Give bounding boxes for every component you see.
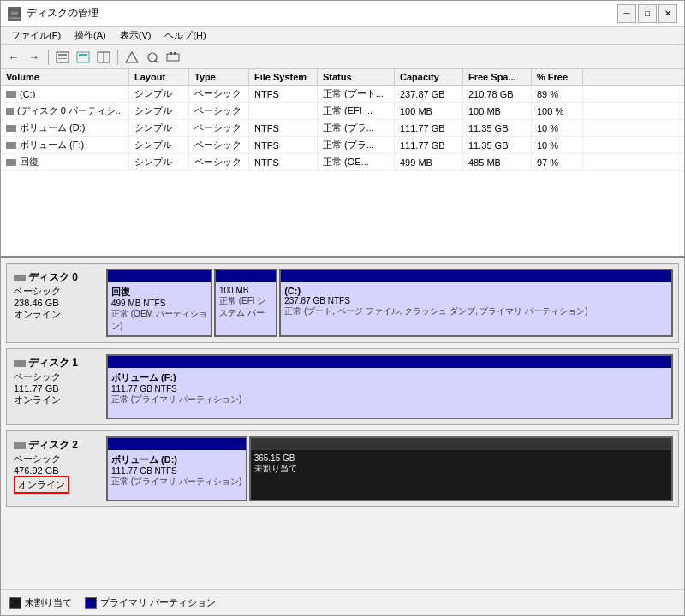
partition[interactable]: 100 MB 正常 (EFI システム パー [214,269,277,337]
cell-layout: シンプル [129,86,189,102]
legend-primary-box [85,597,97,609]
disk-row: ディスク 2 ベーシック 476.92 GB オンライン ボリューム (D:) … [6,430,679,507]
disk-size: 476.92 GB [14,465,94,476]
cell-fs: NTFS [249,137,318,153]
cell-status: 正常 (OE... [318,154,395,170]
partition-size: 100 MB [219,286,272,295]
cell-volume: ボリューム (F:) [1,137,129,153]
partition[interactable]: ボリューム (D:) 111.77 GB NTFS 正常 (プライマリ パーティ… [106,436,247,501]
svg-rect-6 [77,52,89,62]
disk-size: 238.46 GB [14,298,94,308]
partition-header [108,270,211,282]
disk-type: ベーシック [14,370,94,383]
svg-rect-14 [170,52,172,55]
toolbar-btn-1[interactable] [53,48,72,67]
app-icon [8,7,21,21]
cell-capacity: 237.87 GB [395,86,463,102]
toolbar-separator-2 [117,50,118,65]
svg-rect-1 [11,12,18,15]
legend-unalloc: 未割り当て [9,596,72,609]
cell-free: 11.35 GB [463,137,532,153]
disk-partitions: ボリューム (D:) 111.77 GB NTFS 正常 (プライマリ パーティ… [101,431,678,506]
toolbar-btn-5[interactable] [143,48,162,67]
volume-rows: (C:) シンプル ベーシック NTFS 正常 (ブート... 237.87 G… [1,86,684,171]
toolbar-btn-3[interactable] [94,48,113,67]
window-controls: ─ □ ✕ [617,4,677,23]
menu-item[interactable]: 表示(V) [113,27,158,44]
cell-free: 485 MB [463,154,532,170]
cell-type: ベーシック [189,103,249,119]
partition-name: 回復 [111,286,207,299]
legend-primary-label: プライマリ パーティション [100,596,216,609]
cell-type: ベーシック [189,137,249,153]
disk-label: ディスク 2 ベーシック 476.92 GB オンライン [7,431,101,506]
cell-status: 正常 (ブート... [318,86,395,102]
table-row[interactable]: 回復 シンプル ベーシック NTFS 正常 (OE... 499 MB 485 … [1,154,684,171]
disk-label: ディスク 1 ベーシック 111.77 GB オンライン [7,349,101,424]
cell-type: ベーシック [189,154,249,170]
partition-name: ボリューム (D:) [111,453,242,466]
minimize-button[interactable]: ─ [617,4,636,23]
table-row[interactable]: (ディスク 0 パーティシ... シンプル ベーシック 正常 (EFI ... … [1,103,684,120]
partition-desc: 正常 (EFI システム パー [219,295,272,319]
partition[interactable]: 365.15 GB 未割り当て [249,436,673,501]
cell-type: ベーシック [189,120,249,136]
svg-rect-7 [79,54,87,56]
svg-rect-13 [167,54,179,61]
close-button[interactable]: ✕ [658,4,677,23]
partition-size: 111.77 GB NTFS [111,384,668,394]
toolbar-btn-6[interactable] [164,48,182,67]
table-row[interactable]: (C:) シンプル ベーシック NTFS 正常 (ブート... 237.87 G… [1,86,684,103]
partition[interactable]: (C:) 237.87 GB NTFS 正常 (ブート, ページ ファイル, ク… [279,269,673,337]
disk-visual-area: ディスク 0 ベーシック 238.46 GB オンライン 回復 499 MB N… [1,258,684,589]
toolbar-btn-2[interactable] [74,48,92,67]
svg-line-12 [155,60,158,62]
forward-button[interactable]: → [25,48,44,67]
col-capacity[interactable]: Capacity [395,69,463,85]
table-row[interactable]: ボリューム (D:) シンプル ベーシック NTFS 正常 (プラ... 111… [1,120,684,137]
partition-header [108,438,246,450]
col-status[interactable]: Status [318,69,395,85]
cell-pct: 97 % [532,154,583,170]
volume-list[interactable]: Volume Layout Type File System Status Ca… [1,69,684,258]
disk-status: オンライン [14,308,94,321]
menu-item[interactable]: 操作(A) [68,27,113,44]
cell-free: 100 MB [463,103,532,119]
svg-rect-15 [174,52,176,55]
cell-volume: 回復 [1,154,129,170]
partition-name: (C:) [284,286,668,296]
col-type[interactable]: Type [189,69,249,85]
partition[interactable]: 回復 499 MB NTFS 正常 (OEM パーティション) [106,269,212,337]
partition-header [216,270,276,282]
cell-fs: NTFS [249,86,318,102]
legend-primary: プライマリ パーティション [85,596,216,609]
partition-header [108,356,671,368]
menu-item[interactable]: ヘルプ(H) [158,27,212,44]
col-layout[interactable]: Layout [129,69,189,85]
disk-rows: ディスク 0 ベーシック 238.46 GB オンライン 回復 499 MB N… [1,263,684,507]
cell-volume: ボリューム (D:) [1,120,129,136]
back-button[interactable]: ← [4,48,23,67]
col-pctfree[interactable]: % Free [532,69,583,85]
list-header: Volume Layout Type File System Status Ca… [1,69,684,86]
col-freespace[interactable]: Free Spa... [463,69,532,85]
col-filesystem[interactable]: File System [249,69,318,85]
disk-name: ディスク 2 [28,438,78,453]
partition-desc: 正常 (プライマリ パーティション) [111,476,242,488]
maximize-button[interactable]: □ [638,4,657,23]
cell-capacity: 499 MB [395,154,463,170]
disk-name: ディスク 1 [28,356,78,370]
disk-row: ディスク 1 ベーシック 111.77 GB オンライン ボリューム (F:) … [6,348,679,425]
svg-rect-5 [58,58,67,59]
menu-item[interactable]: ファイル(F) [4,27,68,44]
cell-status: 正常 (プラ... [318,137,395,153]
partition[interactable]: ボリューム (F:) 111.77 GB NTFS 正常 (プライマリ パーティ… [106,354,673,419]
col-volume[interactable]: Volume [1,69,129,85]
partition-size: 499 MB NTFS [111,299,207,308]
toolbar-btn-4[interactable] [122,48,141,67]
cell-capacity: 111.77 GB [395,120,463,136]
cell-layout: シンプル [129,154,189,170]
table-row[interactable]: ボリューム (F:) シンプル ベーシック NTFS 正常 (プラ... 111… [1,137,684,154]
title-bar: ディスクの管理 ─ □ ✕ [1,1,684,27]
partition-desc: 正常 (プライマリ パーティション) [111,394,668,406]
